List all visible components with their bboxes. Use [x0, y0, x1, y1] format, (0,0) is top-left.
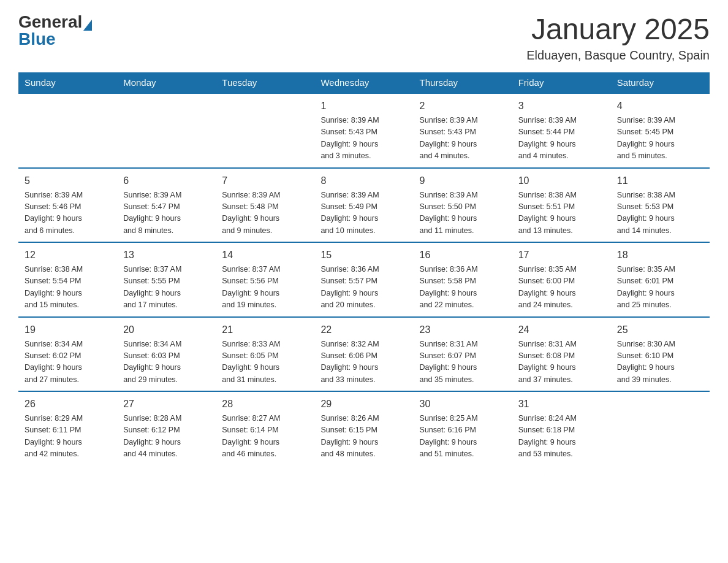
day-info: Sunrise: 8:37 AM Sunset: 5:55 PM Dayligh… [123, 264, 210, 312]
header-cell-monday: Monday [117, 72, 216, 93]
week-row-4: 19Sunrise: 8:34 AM Sunset: 6:02 PM Dayli… [18, 317, 710, 392]
day-info: Sunrise: 8:25 AM Sunset: 6:16 PM Dayligh… [420, 413, 506, 461]
day-number: 22 [320, 323, 407, 337]
day-number: 26 [25, 397, 111, 412]
calendar-body: 1Sunrise: 8:39 AM Sunset: 5:43 PM Daylig… [18, 93, 710, 465]
day-number: 21 [222, 323, 308, 337]
day-number: 5 [25, 174, 111, 188]
logo-triangle-icon [83, 20, 92, 31]
day-number: 7 [222, 174, 308, 188]
month-title: January 2025 [526, 12, 710, 46]
day-info: Sunrise: 8:36 AM Sunset: 5:57 PM Dayligh… [320, 264, 407, 312]
calendar-cell: 4Sunrise: 8:39 AM Sunset: 5:45 PM Daylig… [611, 93, 710, 168]
day-info: Sunrise: 8:39 AM Sunset: 5:50 PM Dayligh… [420, 190, 506, 237]
calendar-cell: 27Sunrise: 8:28 AM Sunset: 6:12 PM Dayli… [117, 391, 216, 465]
calendar-cell: 11Sunrise: 8:38 AM Sunset: 5:53 PM Dayli… [611, 168, 710, 243]
day-info: Sunrise: 8:39 AM Sunset: 5:47 PM Dayligh… [123, 190, 210, 237]
calendar-cell: 2Sunrise: 8:39 AM Sunset: 5:43 PM Daylig… [414, 93, 512, 168]
day-info: Sunrise: 8:34 AM Sunset: 6:02 PM Dayligh… [25, 339, 111, 386]
calendar-cell: 6Sunrise: 8:39 AM Sunset: 5:47 PM Daylig… [117, 168, 216, 243]
day-number: 6 [123, 174, 210, 188]
day-number: 31 [518, 397, 605, 412]
logo-blue-text: Blue [18, 29, 56, 49]
day-number: 20 [123, 323, 210, 337]
calendar-cell: 29Sunrise: 8:26 AM Sunset: 6:15 PM Dayli… [314, 391, 413, 465]
day-number: 1 [320, 99, 407, 113]
day-info: Sunrise: 8:36 AM Sunset: 5:58 PM Dayligh… [420, 264, 506, 312]
day-number: 17 [518, 248, 605, 262]
calendar-cell: 20Sunrise: 8:34 AM Sunset: 6:03 PM Dayli… [117, 317, 216, 392]
calendar-table: SundayMondayTuesdayWednesdayThursdayFrid… [18, 72, 710, 465]
day-info: Sunrise: 8:35 AM Sunset: 6:00 PM Dayligh… [518, 264, 605, 312]
day-info: Sunrise: 8:39 AM Sunset: 5:48 PM Dayligh… [222, 190, 308, 237]
day-info: Sunrise: 8:37 AM Sunset: 5:56 PM Dayligh… [222, 264, 308, 312]
location-title: Elduayen, Basque Country, Spain [526, 48, 710, 63]
day-number: 30 [420, 397, 506, 412]
calendar-cell: 24Sunrise: 8:31 AM Sunset: 6:08 PM Dayli… [512, 317, 611, 392]
day-info: Sunrise: 8:26 AM Sunset: 6:15 PM Dayligh… [320, 413, 407, 461]
day-info: Sunrise: 8:39 AM Sunset: 5:44 PM Dayligh… [518, 115, 605, 163]
day-info: Sunrise: 8:38 AM Sunset: 5:54 PM Dayligh… [25, 264, 111, 312]
header-cell-tuesday: Tuesday [216, 72, 314, 93]
day-number: 16 [420, 248, 506, 262]
calendar-cell: 25Sunrise: 8:30 AM Sunset: 6:10 PM Dayli… [611, 317, 710, 392]
week-row-3: 12Sunrise: 8:38 AM Sunset: 5:54 PM Dayli… [18, 242, 710, 317]
header-cell-saturday: Saturday [611, 72, 710, 93]
day-info: Sunrise: 8:39 AM Sunset: 5:43 PM Dayligh… [420, 115, 506, 163]
calendar-cell: 23Sunrise: 8:31 AM Sunset: 6:07 PM Dayli… [414, 317, 512, 392]
day-info: Sunrise: 8:39 AM Sunset: 5:46 PM Dayligh… [25, 190, 111, 237]
title-area: January 2025 Elduayen, Basque Country, S… [526, 12, 710, 63]
header-cell-sunday: Sunday [18, 72, 117, 93]
day-info: Sunrise: 8:38 AM Sunset: 5:51 PM Dayligh… [518, 190, 605, 237]
calendar-cell: 13Sunrise: 8:37 AM Sunset: 5:55 PM Dayli… [117, 242, 216, 317]
calendar-cell [216, 93, 314, 168]
day-number: 27 [123, 397, 210, 412]
header-row: SundayMondayTuesdayWednesdayThursdayFrid… [18, 72, 710, 93]
day-number: 4 [617, 99, 703, 113]
calendar-cell: 31Sunrise: 8:24 AM Sunset: 6:18 PM Dayli… [512, 391, 611, 465]
calendar-cell: 30Sunrise: 8:25 AM Sunset: 6:16 PM Dayli… [414, 391, 512, 465]
day-number: 29 [320, 397, 407, 412]
day-info: Sunrise: 8:35 AM Sunset: 6:01 PM Dayligh… [617, 264, 703, 312]
page-header: General Blue January 2025 Elduayen, Basq… [18, 12, 710, 63]
calendar-cell [611, 391, 710, 465]
calendar-cell: 12Sunrise: 8:38 AM Sunset: 5:54 PM Dayli… [18, 242, 117, 317]
header-cell-thursday: Thursday [414, 72, 512, 93]
day-info: Sunrise: 8:31 AM Sunset: 6:07 PM Dayligh… [420, 339, 506, 386]
calendar-cell: 7Sunrise: 8:39 AM Sunset: 5:48 PM Daylig… [216, 168, 314, 243]
calendar-cell: 10Sunrise: 8:38 AM Sunset: 5:51 PM Dayli… [512, 168, 611, 243]
day-number: 3 [518, 99, 605, 113]
week-row-5: 26Sunrise: 8:29 AM Sunset: 6:11 PM Dayli… [18, 391, 710, 465]
day-number: 18 [617, 248, 703, 262]
day-info: Sunrise: 8:27 AM Sunset: 6:14 PM Dayligh… [222, 413, 308, 461]
calendar-cell: 21Sunrise: 8:33 AM Sunset: 6:05 PM Dayli… [216, 317, 314, 392]
day-number: 24 [518, 323, 605, 337]
day-info: Sunrise: 8:28 AM Sunset: 6:12 PM Dayligh… [123, 413, 210, 461]
week-row-2: 5Sunrise: 8:39 AM Sunset: 5:46 PM Daylig… [18, 168, 710, 243]
day-info: Sunrise: 8:29 AM Sunset: 6:11 PM Dayligh… [25, 413, 111, 461]
day-info: Sunrise: 8:39 AM Sunset: 5:43 PM Dayligh… [320, 115, 407, 163]
day-number: 8 [320, 174, 407, 188]
calendar-cell: 1Sunrise: 8:39 AM Sunset: 5:43 PM Daylig… [314, 93, 413, 168]
calendar-cell: 9Sunrise: 8:39 AM Sunset: 5:50 PM Daylig… [414, 168, 512, 243]
day-number: 10 [518, 174, 605, 188]
calendar-cell: 17Sunrise: 8:35 AM Sunset: 6:00 PM Dayli… [512, 242, 611, 317]
calendar-cell: 5Sunrise: 8:39 AM Sunset: 5:46 PM Daylig… [18, 168, 117, 243]
day-number: 14 [222, 248, 308, 262]
day-number: 11 [617, 174, 703, 188]
day-number: 2 [420, 99, 506, 113]
day-info: Sunrise: 8:30 AM Sunset: 6:10 PM Dayligh… [617, 339, 703, 386]
calendar-cell: 16Sunrise: 8:36 AM Sunset: 5:58 PM Dayli… [414, 242, 512, 317]
day-info: Sunrise: 8:24 AM Sunset: 6:18 PM Dayligh… [518, 413, 605, 461]
calendar-cell: 28Sunrise: 8:27 AM Sunset: 6:14 PM Dayli… [216, 391, 314, 465]
header-cell-wednesday: Wednesday [314, 72, 413, 93]
calendar-cell [117, 93, 216, 168]
calendar-cell: 8Sunrise: 8:39 AM Sunset: 5:49 PM Daylig… [314, 168, 413, 243]
day-number: 28 [222, 397, 308, 412]
day-info: Sunrise: 8:39 AM Sunset: 5:49 PM Dayligh… [320, 190, 407, 237]
day-number: 15 [320, 248, 407, 262]
day-number: 13 [123, 248, 210, 262]
day-number: 12 [25, 248, 111, 262]
logo: General Blue [18, 12, 92, 49]
calendar-cell: 22Sunrise: 8:32 AM Sunset: 6:06 PM Dayli… [314, 317, 413, 392]
